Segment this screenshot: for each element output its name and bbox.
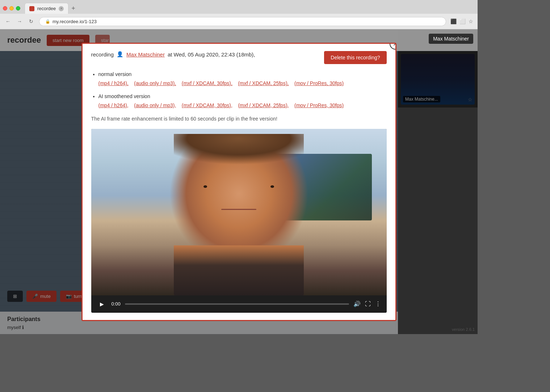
ai-mp4-link[interactable]: (mp4 / h264), xyxy=(98,102,129,108)
video-controls: ▶ 0:00 🔊 ⛶ ⋮ xyxy=(91,295,387,313)
tab-title: recordee xyxy=(37,6,56,11)
recording-label: recording xyxy=(91,51,114,58)
ai-mov-link[interactable]: (mov / ProRes, 30fps) xyxy=(294,102,344,108)
more-options-btn[interactable]: ⋮ xyxy=(375,300,381,307)
ai-mxf30-link[interactable]: (mxf / XDCAM, 30fps), xyxy=(182,102,232,108)
close-window-btn[interactable] xyxy=(3,6,7,10)
refresh-btn[interactable]: ↻ xyxy=(28,18,35,25)
download-list: normal version (mp4 / h264), (audio only… xyxy=(91,70,387,110)
browser-chrome: recordee × + ← → ↻ 🔒 my.recordee.io/1-12… xyxy=(0,0,478,29)
back-btn[interactable]: ← xyxy=(4,18,12,25)
new-tab-btn[interactable]: + xyxy=(68,5,78,12)
traffic-lights xyxy=(3,6,20,10)
modal-header: recording 👤 Max Matschiner at Wed, 05 Au… xyxy=(83,44,395,70)
browser-toolbar: ⬛ ⬜ ☆ xyxy=(450,18,473,24)
ai-version-item: AI smoothened version (mp4 / h264), (aud… xyxy=(98,92,387,110)
time-display: 0:00 xyxy=(112,301,121,307)
recorder-name-link[interactable]: Max Matschiner xyxy=(126,51,165,58)
normal-mov-link[interactable]: (mov / ProRes, 30fps) xyxy=(294,80,344,86)
modal-overlay: ✕ recording 👤 Max Matschiner at Wed, 05 … xyxy=(0,29,478,334)
user-name: Max Matschiner xyxy=(433,36,469,42)
normal-version-item: normal version (mp4 / h264), (audio only… xyxy=(98,70,387,88)
normal-mp4-link[interactable]: (mp4 / h264), xyxy=(98,80,129,86)
normal-mxf30-link[interactable]: (mxf / XDCAM, 30fps), xyxy=(182,80,232,86)
url-text: my.recordee.io/1-123 xyxy=(53,19,97,24)
tab-bar: recordee × + xyxy=(0,0,478,14)
play-btn[interactable]: ▶ xyxy=(97,299,107,309)
lock-icon: 🔒 xyxy=(45,19,50,24)
recording-modal: ✕ recording 👤 Max Matschiner at Wed, 05 … xyxy=(81,43,396,321)
app-area: recordee start new room star ⊞ 🎤 mute 📷 … xyxy=(0,29,478,334)
modal-body: normal version (mp4 / h264), (audio only… xyxy=(83,70,395,320)
user-badge: Max Matschiner xyxy=(429,34,473,44)
fullscreen-btn[interactable]: ⛶ xyxy=(365,301,371,307)
normal-mxf25-link[interactable]: (mxf / XDCAM, 25fps), xyxy=(238,80,289,86)
bookmark-icon[interactable]: ☆ xyxy=(469,18,473,24)
active-tab[interactable]: recordee × xyxy=(25,3,68,14)
delete-recording-btn[interactable]: Delete this recording? xyxy=(324,51,386,64)
maximize-window-btn[interactable] xyxy=(16,6,20,10)
ai-mxf25-link[interactable]: (mxf / XDCAM, 25fps), xyxy=(238,102,289,108)
url-bar[interactable]: 🔒 my.recordee.io/1-123 xyxy=(39,17,446,26)
cast-icon[interactable]: ⬛ xyxy=(450,18,457,24)
recorder-person-icon: 👤 xyxy=(117,51,123,58)
recording-date: at Wed, 05 Aug 2020, 22:43 (18mb), xyxy=(168,51,255,58)
tab-favicon xyxy=(29,6,34,11)
screenshot-icon[interactable]: ⬜ xyxy=(459,18,466,24)
minimize-window-btn[interactable] xyxy=(9,6,14,10)
tab-close-btn[interactable]: × xyxy=(59,6,64,11)
video-preview xyxy=(91,129,387,295)
ai-mp3-link[interactable]: (audio only / mp3), xyxy=(134,102,176,108)
normal-mp3-link[interactable]: (audio only / mp3), xyxy=(134,80,176,86)
recording-info: recording 👤 Max Matschiner at Wed, 05 Au… xyxy=(91,51,255,58)
volume-btn[interactable]: 🔊 xyxy=(353,300,361,307)
address-bar: ← → ↻ 🔒 my.recordee.io/1-123 ⬛ ⬜ ☆ xyxy=(0,14,478,29)
ai-note: The AI frame rate enhancement is limited… xyxy=(91,116,387,122)
progress-bar[interactable] xyxy=(125,303,349,305)
forward-btn[interactable]: → xyxy=(16,18,23,25)
video-player: ▶ 0:00 🔊 ⛶ ⋮ xyxy=(91,129,387,313)
